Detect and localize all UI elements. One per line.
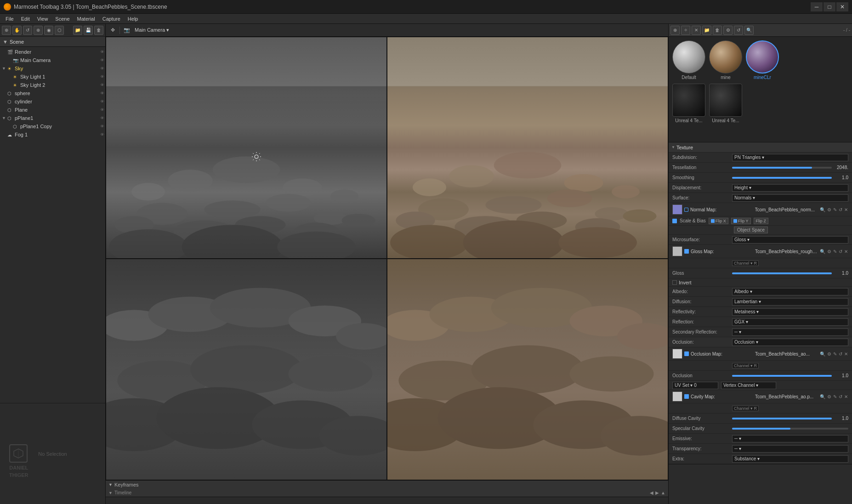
tree-item-skylight2[interactable]: ☀ Sky Light 2 👁 xyxy=(0,81,105,89)
tessellation-slider[interactable] xyxy=(732,167,832,169)
toolbar-save[interactable]: 💾 xyxy=(84,26,93,35)
rt-btn-trash[interactable]: 🗑 xyxy=(713,26,722,35)
diffusion-dropdown[interactable]: Lambertian ▾ xyxy=(732,298,848,306)
tree-vis-sl1[interactable]: 👁 xyxy=(100,74,104,79)
transparency-dropdown[interactable]: ─ ▾ xyxy=(732,445,848,453)
tree-item-render[interactable]: 🎬 Render 👁 xyxy=(0,48,105,56)
secondary-reflection-dropdown[interactable]: ─ ▾ xyxy=(732,328,848,336)
gloss-channel-badge[interactable]: Channel ▾ R xyxy=(732,260,759,266)
viewport-bottom-left[interactable] xyxy=(106,259,387,481)
tree-item-skylight1[interactable]: ☀ Sky Light 1 👁 xyxy=(0,73,105,81)
tree-vis-render[interactable]: 👁 xyxy=(100,50,104,54)
camera-label[interactable]: Main Camera ▾ xyxy=(133,27,171,33)
toolbar-btn-4[interactable]: ⊕ xyxy=(34,26,43,35)
toolbar-delete[interactable]: 🗑 xyxy=(94,26,103,35)
gloss-close-icon[interactable]: ✕ xyxy=(844,249,848,255)
mat-thumb-unreal2[interactable]: Unreal 4 Te... xyxy=(709,84,742,123)
occ-settings-icon[interactable]: ⚙ xyxy=(827,351,832,357)
cav-edit-icon[interactable]: ✎ xyxy=(833,394,837,400)
rt-btn-settings[interactable]: ⚙ xyxy=(723,26,733,35)
cavity-map-check[interactable] xyxy=(684,394,689,399)
viewport-bottom-right[interactable] xyxy=(387,259,668,481)
smoothing-slider[interactable] xyxy=(732,177,832,179)
vertex-channel-dropdown[interactable]: Vertex Channel ▾ xyxy=(721,382,776,389)
tree-item-fog1[interactable]: ☁ Fog 1 👁 xyxy=(0,130,105,139)
tree-vis-pplane1copy[interactable]: 👁 xyxy=(100,124,104,129)
rt-btn-search[interactable]: 🔍 xyxy=(744,26,754,35)
emissive-dropdown[interactable]: ─ ▾ xyxy=(732,435,848,442)
normal-map-close-icon[interactable]: ✕ xyxy=(844,207,848,213)
scale-bias-check[interactable] xyxy=(672,219,677,223)
rt-btn-add[interactable]: ⊕ xyxy=(670,26,680,35)
occ-edit-icon[interactable]: ✎ xyxy=(833,351,837,357)
normal-map-refresh-icon[interactable]: ↺ xyxy=(838,207,843,213)
cavity-channel-badge[interactable]: Channel ▾ R xyxy=(732,406,759,411)
extra-dropdown[interactable]: Substance ▾ xyxy=(732,455,848,463)
menu-help[interactable]: Help xyxy=(124,15,142,23)
surface-dropdown[interactable]: Normals ▾ xyxy=(732,194,848,202)
menu-capture[interactable]: Capture xyxy=(99,15,124,23)
tree-vis-cam[interactable]: 👁 xyxy=(100,58,104,62)
occ-search-icon[interactable]: 🔍 xyxy=(819,351,826,357)
microsurface-dropdown[interactable]: Gloss ▾ xyxy=(732,236,848,244)
minimize-button[interactable]: ─ xyxy=(811,2,823,11)
normal-map-search-icon[interactable]: 🔍 xyxy=(819,207,826,213)
tree-vis-plane[interactable]: 👁 xyxy=(100,108,104,112)
mat-thumb-mine[interactable]: mine xyxy=(709,40,742,80)
cav-settings-icon[interactable]: ⚙ xyxy=(827,394,832,400)
texture-section-header[interactable]: ▼ Texture xyxy=(669,142,852,153)
gloss-map-check[interactable] xyxy=(684,249,689,254)
menu-edit[interactable]: Edit xyxy=(17,15,34,23)
toolbar-folder[interactable]: 📁 xyxy=(73,26,82,35)
cav-close-icon[interactable]: ✕ xyxy=(844,394,848,400)
tree-item-plane[interactable]: ⬡ Plane 👁 xyxy=(0,106,105,114)
flip-y-button[interactable]: Flip Y xyxy=(731,218,751,224)
tree-item-sphere[interactable]: ⬡ sphere 👁 xyxy=(0,89,105,97)
toolbar-btn-2[interactable]: ✋ xyxy=(12,26,22,35)
occ-close-icon[interactable]: ✕ xyxy=(844,351,848,357)
occ-refresh-icon[interactable]: ↺ xyxy=(838,351,843,357)
gloss-edit-icon[interactable]: ✎ xyxy=(833,249,837,255)
mat-thumb-default[interactable]: Default xyxy=(672,40,705,80)
object-space-label[interactable]: Object Space xyxy=(734,227,768,233)
reflection-dropdown[interactable]: GGX ▾ xyxy=(732,318,848,326)
cav-refresh-icon[interactable]: ↺ xyxy=(838,394,843,400)
timeline-nav-next[interactable]: ▶ xyxy=(655,490,659,495)
tree-item-pplane1[interactable]: ▼ ⬡ pPlane1 👁 xyxy=(0,114,105,122)
cav-search-icon[interactable]: 🔍 xyxy=(819,394,826,400)
tree-item-maincamera[interactable]: 📷 Main Camera 👁 xyxy=(0,56,105,64)
uv-set-dropdown[interactable]: UV Set ▾ 0 xyxy=(672,382,718,389)
mat-thumb-unreal1[interactable]: Unreal 4 Te... xyxy=(672,84,705,123)
normal-map-check[interactable] xyxy=(684,208,688,212)
toolbar-btn-1[interactable]: ⊕ xyxy=(2,26,11,35)
scene-panel-header[interactable]: ▼ Scene xyxy=(0,37,105,47)
flip-z-button[interactable]: Flip Z xyxy=(754,218,769,224)
tree-vis-sphere[interactable]: 👁 xyxy=(100,91,104,96)
gloss-settings-icon[interactable]: ⚙ xyxy=(827,249,832,255)
keyframes-header[interactable]: ▼ Keyframes xyxy=(106,481,668,489)
tree-vis-pplane1[interactable]: 👁 xyxy=(100,116,104,120)
gloss-slider[interactable] xyxy=(732,272,832,274)
menu-scene[interactable]: Scene xyxy=(51,15,73,23)
viewport-top-left[interactable] xyxy=(106,37,387,259)
specular-cavity-slider[interactable] xyxy=(732,428,848,430)
rt-btn-3[interactable]: ✕ xyxy=(692,26,701,35)
occlusion-map-check[interactable] xyxy=(684,351,689,356)
displacement-dropdown[interactable]: Height ▾ xyxy=(732,184,848,192)
diffuse-cavity-slider[interactable] xyxy=(732,418,832,419)
normal-map-edit-icon[interactable]: ✎ xyxy=(833,207,837,213)
timeline-nav-prev[interactable]: ◀ xyxy=(650,490,653,495)
gloss-refresh-icon[interactable]: ↺ xyxy=(838,249,843,255)
albedo-dropdown[interactable]: Albedo ▾ xyxy=(732,288,848,295)
vp-tool-1[interactable]: ✥ xyxy=(108,26,117,34)
rt-btn-2[interactable]: ✧ xyxy=(681,26,690,35)
vp-tool-camera[interactable]: 📷 xyxy=(123,26,131,34)
rt-btn-refresh[interactable]: ↺ xyxy=(734,26,743,35)
toolbar-btn-6[interactable]: ⬡ xyxy=(55,26,64,35)
timeline-expand[interactable]: ▲ xyxy=(661,490,665,495)
menu-file[interactable]: File xyxy=(2,15,17,23)
menu-material[interactable]: Material xyxy=(74,15,99,23)
tree-vis-sky[interactable]: 👁 xyxy=(100,66,104,71)
invert-checkbox[interactable] xyxy=(672,280,677,285)
rt-btn-folder[interactable]: 📁 xyxy=(702,26,711,35)
